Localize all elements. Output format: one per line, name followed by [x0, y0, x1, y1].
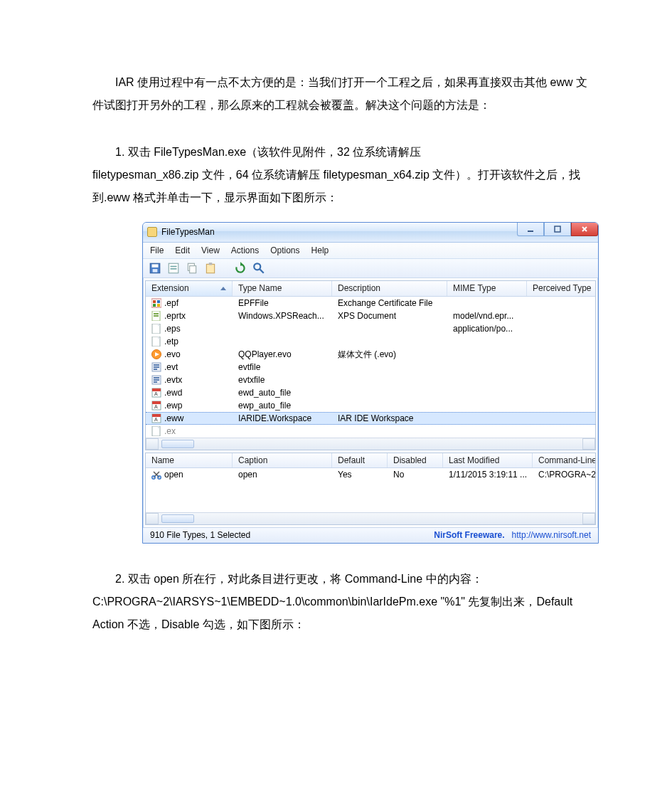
file-icon — [151, 324, 161, 334]
col-modified[interactable]: Last Modified — [443, 453, 533, 467]
toolbar — [143, 259, 598, 278]
status-bar: 910 File Types, 1 Selected NirSoft Freew… — [143, 527, 598, 542]
step2-paragraph: 2. 双击 open 所在行，对此条目进行更改，将 Command-Line 中… — [92, 568, 594, 636]
copy-icon[interactable] — [186, 262, 198, 275]
minimize-button[interactable] — [517, 222, 544, 236]
col-perceived[interactable]: Perceived Type — [527, 281, 595, 295]
title-bar[interactable]: FileTypesMan — [143, 223, 598, 243]
file-icon — [151, 298, 161, 308]
col-name[interactable]: Name — [146, 453, 233, 467]
properties-icon[interactable] — [167, 262, 180, 275]
svg-rect-30 — [206, 265, 214, 273]
maximize-button[interactable] — [544, 222, 571, 236]
file-icon — [151, 413, 161, 423]
horizontal-scrollbar[interactable] — [146, 438, 595, 450]
file-icon — [151, 375, 161, 385]
intro-paragraph: IAR 使用过程中有一点不太方便的是：当我们打开一个工程之后，如果再直接双击其他… — [92, 71, 594, 117]
action-list-pane: Name Caption Default Disabled Last Modif… — [145, 453, 596, 525]
scissors-icon — [151, 470, 161, 480]
table-row[interactable]: .evtevtfile — [146, 361, 595, 374]
svg-rect-29 — [190, 266, 196, 273]
close-button[interactable] — [571, 222, 598, 236]
table-row[interactable]: .eprtxWindows.XPSReach...XPS Documentmod… — [146, 309, 595, 322]
svg-rect-31 — [209, 263, 213, 265]
col-extension[interactable]: Extension — [146, 281, 233, 295]
col-caption[interactable]: Caption — [233, 453, 332, 467]
table-row[interactable]: openopenYesNo1/11/2015 3:19:11 ...C:\PRO… — [146, 468, 595, 481]
save-icon[interactable] — [149, 262, 161, 275]
menu-help[interactable]: Help — [311, 245, 329, 255]
menu-file[interactable]: File — [150, 245, 164, 255]
file-icon — [151, 362, 161, 372]
find-icon[interactable] — [252, 262, 265, 275]
svg-rect-27 — [171, 268, 177, 270]
file-icon — [151, 388, 161, 398]
menu-options[interactable]: Options — [270, 245, 299, 255]
svg-rect-21 — [555, 226, 560, 232]
horizontal-scrollbar[interactable] — [146, 512, 595, 524]
step1-paragraph: 1. 双击 FileTypesMan.exe（该软件见附件，32 位系统请解压 … — [92, 141, 594, 209]
svg-point-33 — [254, 264, 260, 270]
col-default[interactable]: Default — [332, 453, 388, 467]
table-row[interactable]: .epsapplication/po... — [146, 322, 595, 335]
svg-rect-20 — [528, 231, 533, 232]
refresh-icon[interactable] — [234, 262, 247, 275]
svg-rect-23 — [152, 265, 159, 268]
file-icon — [151, 337, 161, 346]
col-mimetype[interactable]: MIME Type — [447, 281, 527, 295]
svg-rect-26 — [171, 266, 177, 268]
brand-text: NirSoft Freeware. — [434, 530, 504, 540]
extension-list-pane: Extension Type Name Description MIME Typ… — [145, 280, 596, 450]
svg-rect-24 — [153, 270, 158, 273]
file-icon — [151, 311, 161, 321]
col-typename[interactable]: Type Name — [233, 281, 332, 295]
table-row[interactable]: .epfEPFFileExchange Certificate File — [146, 297, 595, 309]
table-row[interactable]: .evoQQPlayer.evo媒体文件 (.evo) — [146, 348, 595, 361]
table-row[interactable]: .etp — [146, 335, 595, 348]
menu-actions[interactable]: Actions — [231, 245, 259, 255]
filetypesman-window: FileTypesMan File Edit View Actions Opti… — [142, 222, 599, 544]
table-row[interactable]: .ewpewp_auto_file — [146, 399, 595, 412]
table-row[interactable]: .ewwIARIDE.WorkspaceIAR IDE Workspace — [146, 412, 595, 425]
paste-icon[interactable] — [204, 262, 217, 275]
col-description[interactable]: Description — [332, 281, 447, 295]
menu-bar[interactable]: File Edit View Actions Options Help — [143, 243, 598, 259]
file-icon — [151, 426, 161, 436]
brand-url[interactable]: http://www.nirsoft.net — [512, 530, 591, 540]
status-text: 910 File Types, 1 Selected — [150, 530, 250, 540]
file-icon — [151, 401, 161, 411]
col-cmdline[interactable]: Command-Line — [533, 453, 595, 467]
menu-view[interactable]: View — [201, 245, 220, 255]
menu-edit[interactable]: Edit — [175, 245, 190, 255]
svg-line-34 — [260, 270, 264, 274]
file-icon — [151, 349, 161, 359]
window-title: FileTypesMan — [161, 227, 215, 237]
col-disabled[interactable]: Disabled — [388, 453, 443, 467]
table-row[interactable]: .ex — [146, 425, 595, 438]
table-row[interactable]: .ewdewd_auto_file — [146, 386, 595, 399]
table-row[interactable]: .evtxevtxfile — [146, 374, 595, 386]
app-icon — [147, 227, 157, 237]
